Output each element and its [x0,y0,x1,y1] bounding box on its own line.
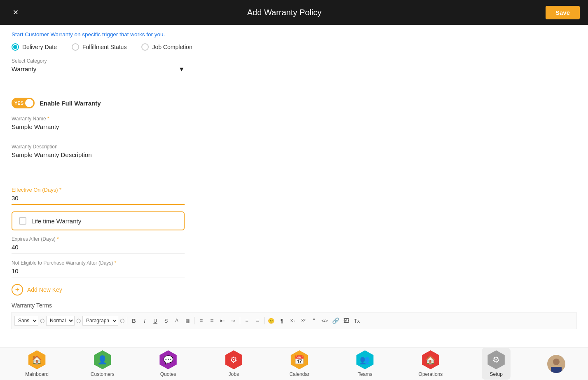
customers-icon: 👤 [93,350,112,369]
toolbar-emoji[interactable]: 🙂 [266,316,276,326]
bottom-nav: 🏠 Mainboard 👤 Customers 💬 Quotes ⚙ Jobs … [0,347,588,380]
warranty-description-value[interactable]: Sample Warranty Description [12,151,185,175]
teams-label: Teams [358,371,372,377]
nav-teams[interactable]: 👥 Teams [351,350,380,377]
effective-on-label: Effective On (Days) [12,187,576,193]
nav-operations[interactable]: 🏠 Operations [416,350,445,377]
toolbar-superscript[interactable]: X² [298,316,308,326]
add-new-key-row[interactable]: + Add New Key [12,284,576,296]
not-eligible-label: Not Eligible to Purchase Warranty After … [12,260,576,266]
toolbar-divider-3 [240,317,240,324]
mainboard-icon: 🏠 [28,350,47,369]
lifetime-warranty-checkbox-container[interactable]: Life time Warranty [12,211,185,230]
toolbar-highlight[interactable]: ▦ [183,316,192,326]
quotes-icon: 💬 [159,350,178,369]
trigger-radio-group: Delivery Date Fulfillment Status Job Com… [12,43,576,51]
save-button[interactable]: Save [546,6,580,19]
jobs-icon: ⚙ [224,350,243,369]
radio-circle-fulfillment [72,43,79,51]
nav-mainboard[interactable]: 🏠 Mainboard [23,350,52,377]
expires-after-label: Expires After (Days) [12,236,576,242]
toolbar-paragraph-mark[interactable]: ¶ [277,316,287,326]
teams-icon: 👥 [356,350,375,369]
avatar-image [547,355,565,373]
toolbar-subscript[interactable]: X₂ [288,316,298,326]
warranty-description-field-group: Warranty Description Sample Warranty Des… [12,144,576,175]
toolbar-code[interactable]: </> [320,316,330,326]
toolbar-align-left[interactable]: ≡ [242,316,252,326]
font-select[interactable]: Sans [14,316,38,326]
svg-point-1 [553,359,560,365]
radio-fulfillment-status[interactable]: Fulfillment Status [72,43,127,51]
not-eligible-value[interactable]: 10 [12,267,185,277]
format-select[interactable]: Paragraph [82,316,118,326]
radio-delivery-date[interactable]: Delivery Date [12,43,57,51]
nav-jobs[interactable]: ⚙ Jobs [219,350,248,377]
calendar-label: Calendar [289,371,309,377]
form-area: Start Customer Warranty on specific trig… [0,25,588,347]
toolbar-underline[interactable]: U [150,316,160,326]
expires-after-field-group: Expires After (Days) 40 [12,236,576,253]
toolbar-unordered-list[interactable]: ≡ [207,316,217,326]
calendar-icon: 📅 [290,350,309,369]
radio-job-completion[interactable]: Job Completion [141,43,192,51]
page-title: Add Warranty Policy [247,8,321,17]
toolbar-quote[interactable]: " [309,316,319,326]
warranty-terms-label: Warranty Terms [12,302,576,309]
lifetime-warranty-label: Life time Warranty [31,218,81,225]
app-header: × Add Warranty Policy Save [0,0,588,25]
warranty-name-label: Warranty Name [12,116,576,122]
effective-on-value[interactable]: 30 [12,195,185,205]
nav-setup[interactable]: ⚙ Setup [482,348,511,380]
toolbar-image[interactable]: 🖼 [341,316,351,326]
toolbar-divider-2 [194,317,194,324]
expires-after-value[interactable]: 40 [12,244,185,253]
toolbar-indent-increase[interactable]: ⇥ [228,316,238,326]
svg-rect-3 [551,367,562,373]
operations-icon: 🏠 [421,350,440,369]
warranty-name-value[interactable]: Sample Warranty [12,123,185,133]
toggle-row: YES Enable Full Warranty [12,98,576,108]
toolbar-link[interactable]: 🔗 [330,316,340,326]
nav-customers[interactable]: 👤 Customers [88,350,117,377]
toolbar-ordered-list[interactable]: ≡ [196,316,206,326]
category-label: Select Category [12,58,576,64]
add-key-circle-icon: + [12,284,23,296]
enable-full-warranty-toggle[interactable]: YES [12,98,35,108]
radio-circle-job [141,43,149,51]
toolbar-divider-1 [127,317,127,324]
close-button[interactable]: × [8,5,23,20]
warranty-description-label: Warranty Description [12,144,576,150]
setup-icon: ⚙ [487,350,506,369]
nav-quotes[interactable]: 💬 Quotes [154,350,183,377]
toolbar-divider-4 [264,317,265,324]
lifetime-warranty-checkbox[interactable] [19,217,26,225]
toolbar-font-color[interactable]: A [172,316,182,326]
toolbar-clear-format[interactable]: Tx [352,316,362,326]
nav-calendar[interactable]: 📅 Calendar [285,350,314,377]
radio-circle-delivery [12,43,19,51]
category-field-group: Select Category Warranty ▼ [12,58,576,76]
not-eligible-field-group: Not Eligible to Purchase Warranty After … [12,260,576,277]
toggle-yes-label: YES [14,101,23,106]
category-dropdown-arrow: ▼ [178,66,185,73]
main-content: Start Customer Warranty on specific trig… [0,25,588,347]
jobs-label: Jobs [229,371,239,377]
toolbar-strikethrough[interactable]: S [161,316,171,326]
size-select[interactable]: Normal [46,316,75,326]
user-avatar[interactable] [547,355,565,373]
warranty-name-field-group: Warranty Name Sample Warranty [12,116,576,133]
toolbar-italic[interactable]: I [140,316,150,326]
setup-label: Setup [490,371,502,377]
enable-full-warranty-label: Enable Full Warranty [40,100,101,107]
toolbar-bold[interactable]: B [129,316,139,326]
customers-label: Customers [91,371,115,377]
operations-label: Operations [419,371,443,377]
category-select[interactable]: Warranty ▼ [12,66,185,76]
add-key-label: Add New Key [27,286,62,293]
toolbar-align-center[interactable]: ≡ [253,316,262,326]
quotes-label: Quotes [160,371,176,377]
toolbar-indent-decrease[interactable]: ⇤ [218,316,227,326]
toggle-thumb [25,99,33,107]
effective-on-field-group: Effective On (Days) 30 [12,187,576,205]
